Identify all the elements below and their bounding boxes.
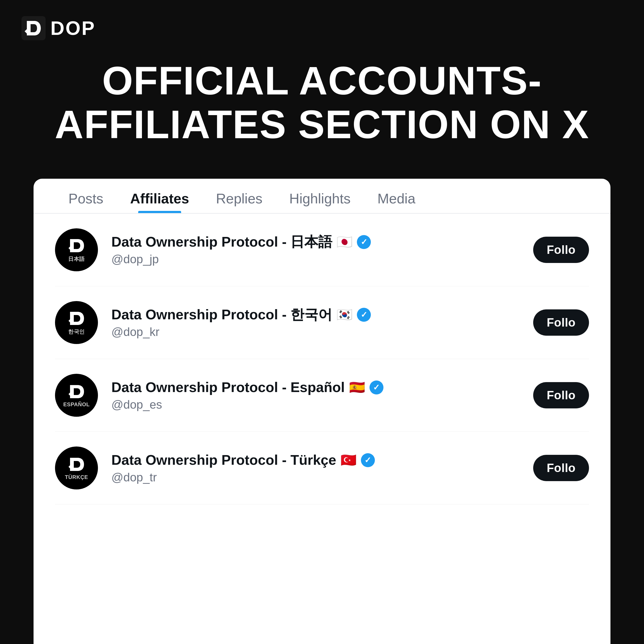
avatar-d-icon	[68, 310, 85, 327]
tabs-row: Posts Affiliates Replies Highlights Medi…	[34, 179, 610, 214]
affiliate-name: Data Ownership Protocol - Español 🇪🇸	[111, 379, 520, 396]
tab-affiliates[interactable]: Affiliates	[117, 191, 203, 213]
svg-rect-0	[21, 16, 46, 40]
verified-badge	[357, 308, 371, 322]
follow-button[interactable]: Follo	[533, 237, 589, 263]
avatar-d-icon	[68, 237, 85, 254]
follow-button[interactable]: Follo	[533, 309, 589, 336]
logo-area: DOP	[21, 16, 96, 40]
affiliate-item: 한국인 Data Ownership Protocol - 한국어 🇰🇷 @do…	[55, 286, 589, 359]
main-heading: OFFICIAL ACCOUNTS- AFFILIATES SECTION ON…	[33, 59, 611, 147]
affiliate-info: Data Ownership Protocol - Español 🇪🇸 @do…	[111, 379, 520, 411]
affiliate-item: TÜRKÇE Data Ownership Protocol - Türkçe …	[55, 432, 589, 504]
affiliate-info: Data Ownership Protocol - 한국어 🇰🇷 @dop_kr	[111, 306, 520, 338]
tab-media[interactable]: Media	[364, 191, 429, 213]
affiliate-list: 日本語 Data Ownership Protocol - 日本語 🇯🇵 @do…	[34, 214, 610, 504]
affiliate-handle: @dop_kr	[111, 325, 520, 339]
flag-emoji: 🇯🇵	[336, 234, 353, 250]
avatar-label: ESPAÑOL	[63, 401, 90, 408]
avatar: 한국인	[55, 301, 98, 344]
flag-emoji: 🇪🇸	[349, 380, 365, 395]
affiliate-handle: @dop_jp	[111, 253, 520, 266]
avatar-label: TÜRKÇE	[65, 474, 88, 480]
avatar-label: 한국인	[68, 328, 85, 335]
affiliate-info: Data Ownership Protocol - 日本語 🇯🇵 @dop_jp	[111, 233, 520, 266]
affiliate-info: Data Ownership Protocol - Türkçe 🇹🇷 @dop…	[111, 452, 520, 484]
twitter-card: Posts Affiliates Replies Highlights Medi…	[34, 179, 610, 644]
affiliate-item: 日本語 Data Ownership Protocol - 日本語 🇯🇵 @do…	[55, 214, 589, 286]
affiliate-handle: @dop_tr	[111, 471, 520, 484]
flag-emoji: 🇰🇷	[336, 307, 353, 323]
avatar-d-icon	[68, 456, 85, 473]
affiliate-handle: @dop_es	[111, 398, 520, 411]
dop-logo-icon	[21, 16, 46, 40]
affiliate-name: Data Ownership Protocol - Türkçe 🇹🇷	[111, 452, 520, 468]
verified-badge	[357, 235, 371, 249]
avatar: ESPAÑOL	[55, 374, 98, 417]
tab-posts[interactable]: Posts	[55, 191, 117, 213]
avatar-label: 日本語	[68, 255, 85, 263]
avatar-d-icon	[68, 383, 85, 400]
verified-badge	[361, 453, 375, 467]
flag-emoji: 🇹🇷	[341, 452, 357, 468]
follow-button[interactable]: Follo	[533, 455, 589, 481]
affiliate-item: ESPAÑOL Data Ownership Protocol - Españo…	[55, 359, 589, 432]
tab-replies[interactable]: Replies	[203, 191, 276, 213]
affiliate-name: Data Ownership Protocol - 日本語 🇯🇵	[111, 233, 520, 250]
logo-text: DOP	[50, 17, 96, 39]
verified-badge	[369, 380, 383, 394]
tab-highlights[interactable]: Highlights	[276, 191, 364, 213]
avatar: 日本語	[55, 228, 98, 271]
follow-button[interactable]: Follo	[533, 382, 589, 408]
page-container: DOP OFFICIAL ACCOUNTS- AFFILIATES SECTIO…	[0, 0, 644, 644]
heading-line1: OFFICIAL ACCOUNTS-	[102, 58, 542, 103]
avatar: TÜRKÇE	[55, 447, 98, 489]
heading-line2: AFFILIATES SECTION ON X	[55, 102, 589, 147]
affiliate-name: Data Ownership Protocol - 한국어 🇰🇷	[111, 306, 520, 323]
